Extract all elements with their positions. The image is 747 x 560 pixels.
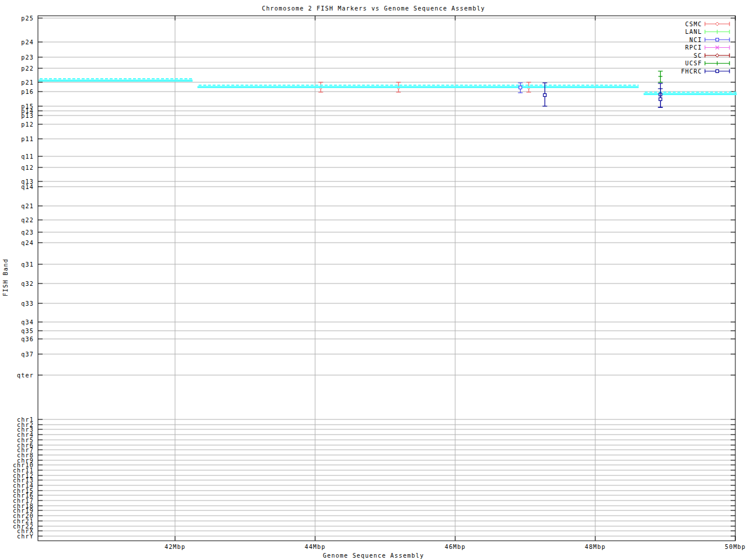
x-tick-label: 50Mbp	[725, 544, 746, 550]
legend-label: NCI	[689, 37, 702, 43]
legend-label: CSMC	[685, 21, 702, 27]
x-tick-label: 48Mbp	[585, 544, 606, 550]
y-tick-label: q24	[21, 240, 34, 246]
y-tick-label: p25	[21, 15, 34, 22]
assembly-track-bar	[197, 86, 638, 89]
y-tick-label: q35	[21, 328, 34, 334]
y-tick-label: q32	[21, 281, 34, 287]
y-tick-label: p12	[21, 121, 34, 128]
y-tick-label: p21	[21, 79, 34, 86]
point-marker-diamond	[715, 54, 719, 57]
y-tick-label: q21	[21, 203, 34, 209]
point-marker-diamond	[715, 22, 719, 26]
y-tick-label: p22	[21, 65, 34, 72]
y-tick-label: p11	[21, 136, 34, 142]
legend-label: RPCI	[685, 44, 702, 51]
y-tick-label: qter	[17, 372, 34, 379]
point-marker-square	[716, 70, 719, 73]
x-tick-label: 46Mbp	[445, 544, 466, 550]
chart-canvas: 42Mbp44Mbp46Mbp48Mbp50Mbpp25p24p23p22p21…	[0, 0, 747, 560]
point-marker-square	[716, 38, 719, 41]
y-tick-label: p13	[21, 113, 34, 119]
y-tick-label: q11	[21, 153, 34, 160]
y-tick-label: q22	[21, 217, 34, 223]
x-tick-label: 42Mbp	[165, 544, 186, 550]
y-tick-label: q37	[21, 351, 34, 358]
y-tick-label: q33	[21, 300, 34, 307]
y-tick-label: q23	[21, 229, 34, 236]
y-tick-label: chrY	[17, 533, 34, 540]
y-tick-label: q36	[21, 336, 34, 342]
legend-label: LANL	[685, 29, 702, 35]
y-tick-label: p16	[21, 89, 34, 95]
y-tick-label: q14	[21, 184, 34, 190]
assembly-track-bar	[39, 80, 193, 82]
point-marker-square	[659, 98, 662, 101]
plot-border	[38, 16, 735, 541]
legend-label: SC	[694, 52, 702, 59]
point-marker-square	[519, 86, 522, 89]
legend-label: UCSF	[685, 60, 702, 66]
y-tick-label: q34	[21, 319, 34, 326]
legend-label: FHCRC	[681, 68, 702, 75]
y-tick-label: q31	[21, 261, 34, 268]
y-tick-label: p23	[21, 54, 34, 61]
assembly-track-bar	[644, 93, 737, 96]
y-tick-label: p24	[21, 39, 34, 46]
chart-page: Chromosome 2 FISH Markers vs Genome Sequ…	[0, 0, 747, 560]
x-tick-label: 44Mbp	[305, 544, 326, 550]
y-tick-label: q12	[21, 164, 34, 171]
point-marker-square	[543, 94, 546, 97]
